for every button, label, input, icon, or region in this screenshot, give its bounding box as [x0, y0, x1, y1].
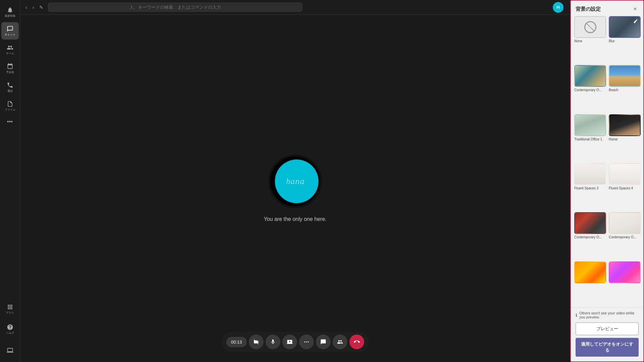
no-background-icon [584, 21, 596, 33]
nav-back-button[interactable]: ‹ [23, 3, 29, 11]
alone-message: You are the only one here. [264, 216, 326, 222]
video-toggle-button[interactable] [249, 335, 263, 349]
info-icon: ℹ [576, 313, 577, 318]
preview-note-text: Others won't see your video while you pr… [579, 311, 639, 319]
sidebar-calls-label: 通話 [7, 89, 13, 93]
topbar: ‹ › ✎ H [20, 0, 570, 15]
participants-button[interactable] [332, 335, 347, 349]
sidebar-files-label: ファイル [5, 108, 15, 112]
bg-item-beach[interactable]: Beach [609, 65, 641, 111]
video-area: hana You are the only one here. 00:13 [20, 15, 570, 362]
bg-item-blur[interactable]: ✓ Blur [609, 16, 641, 62]
bg-item-contemporary-office-1[interactable]: Contemporary O... [574, 65, 606, 111]
avatar-text: hana [286, 176, 305, 187]
avatar-container: hana [268, 155, 322, 208]
bg-item-contemporary-office-3[interactable]: Contemporary O... [609, 212, 641, 258]
bg-item-home[interactable]: Home [609, 114, 641, 161]
sidebar-item-device[interactable] [1, 342, 19, 359]
sidebar-calendar-label: 予定表 [6, 70, 14, 74]
sidebar-apps-label: アプリ [6, 311, 14, 315]
nav-buttons: ‹ › ✎ [23, 3, 45, 11]
more-options-button[interactable] [299, 335, 314, 349]
nav-forward-button[interactable]: › [31, 3, 36, 11]
sidebar-item-chat[interactable]: チャット [1, 22, 19, 40]
mic-toggle-button[interactable] [265, 335, 280, 349]
bg-label-none: None [574, 39, 606, 43]
bg-thumb-trad-office-1 [574, 114, 606, 136]
sidebar-item-teams[interactable]: チーム [1, 41, 19, 58]
bg-thumb-beach [609, 65, 641, 87]
bg-label-fluent-spaces-4: Fluent Spaces 4 [609, 186, 641, 190]
svg-point-1 [304, 342, 305, 343]
bg-label-contemporary-office-3: Contemporary O... [609, 235, 641, 239]
end-call-button[interactable] [349, 335, 364, 349]
sidebar-item-calls[interactable]: 通話 [1, 78, 19, 96]
bg-thumb-contemp-o2 [574, 212, 606, 234]
bg-thumb-none [574, 16, 606, 38]
call-controls: 00:13 [222, 332, 369, 352]
bg-label-home: Home [609, 137, 641, 141]
bg-thumb-home [609, 114, 641, 136]
bg-settings-panel: 背景の設定 × None ✓ Blur Contemporary O... [570, 0, 644, 362]
sidebar-notifications-label: 最新情報 [5, 14, 15, 18]
bg-item-traditional-office-1[interactable]: Traditional Office 1 [574, 114, 606, 161]
share-screen-button[interactable] [282, 335, 297, 349]
bg-thumb-fluent3 [574, 163, 606, 185]
sidebar-item-notifications[interactable]: 最新情報 [1, 3, 19, 21]
bg-label-traditional-office-1: Traditional Office 1 [574, 137, 606, 141]
user-avatar[interactable]: H [553, 2, 564, 13]
bg-label-beach: Beach [609, 88, 641, 92]
bg-thumb-blur: ✓ [609, 16, 641, 38]
bg-label-blur: Blur [609, 39, 641, 43]
svg-point-3 [308, 342, 309, 343]
bg-item-balloons-1[interactable] [574, 261, 606, 304]
sidebar-teams-label: チーム [6, 52, 14, 55]
preview-button[interactable]: プレビュー [576, 322, 639, 335]
bg-item-fluent-spaces-4[interactable]: Fluent Spaces 4 [609, 163, 641, 209]
bg-panel-title: 背景の設定 [576, 6, 601, 12]
bg-thumb-contemp-o3 [609, 212, 641, 234]
bg-item-none[interactable]: None [574, 16, 606, 62]
sidebar: 最新情報 チャット チーム 予定表 通話 ファイル ••• アプリ ヘルプ [0, 0, 20, 362]
bg-label-contemporary-office-2: Contemporary O... [574, 235, 606, 239]
nav-compose-button[interactable]: ✎ [37, 3, 45, 11]
bg-panel-close-button[interactable]: × [632, 5, 639, 13]
bg-panel-header: 背景の設定 × [571, 1, 643, 16]
bg-thumb-balloons2 [609, 261, 641, 283]
preview-note: ℹ Others won't see your video while you … [576, 311, 639, 319]
svg-point-2 [306, 342, 307, 343]
chat-button[interactable] [316, 335, 330, 349]
bg-label-fluent-spaces-3: Fluent Spaces 3 [574, 186, 606, 190]
bg-grid: None ✓ Blur Contemporary O... Beach [571, 16, 643, 307]
avatar-inner: hana [275, 158, 319, 205]
bg-label-contemporary-office-1: Contemporary O... [574, 88, 606, 92]
bg-thumb-contemp-o [574, 65, 606, 87]
bg-item-balloons-2[interactable] [609, 261, 641, 304]
apply-button[interactable]: 適用してビデオをオンにする [576, 338, 639, 357]
bg-item-fluent-spaces-3[interactable]: Fluent Spaces 3 [574, 163, 606, 209]
sidebar-more-button[interactable]: ••• [4, 116, 15, 127]
bg-panel-footer: ℹ Others won't see your video while you … [571, 307, 643, 361]
bg-thumb-balloons1 [574, 261, 606, 283]
sidebar-item-help[interactable]: ヘルプ [1, 320, 19, 338]
sidebar-item-files[interactable]: ファイル [1, 97, 19, 115]
bg-item-contemporary-office-2[interactable]: Contemporary O... [574, 212, 606, 258]
sidebar-item-calendar[interactable]: 予定表 [1, 60, 19, 77]
avatar-ring: hana [268, 155, 322, 208]
main-content: ‹ › ✎ H hana You are the only one here. … [20, 0, 570, 362]
search-input[interactable] [48, 3, 302, 12]
sidebar-help-label: ヘルプ [6, 331, 14, 335]
bg-thumb-fluent4 [609, 163, 641, 185]
sidebar-item-apps[interactable]: アプリ [1, 300, 19, 318]
call-timer: 00:13 [226, 337, 247, 347]
sidebar-chat-label: チャット [5, 33, 15, 37]
